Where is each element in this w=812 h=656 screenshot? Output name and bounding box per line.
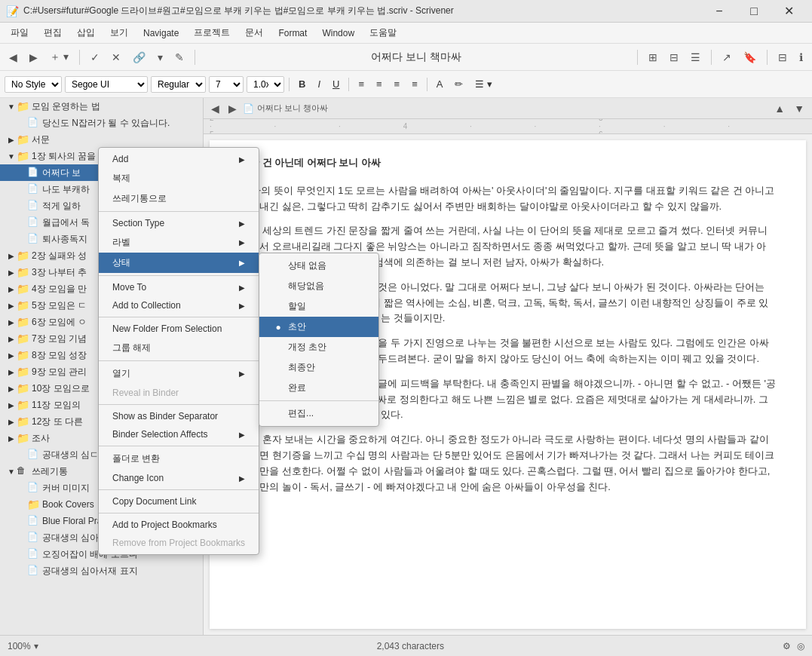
- ctx-copy-link[interactable]: Copy Document Link: [99, 492, 259, 510]
- delete-button[interactable]: ✕: [107, 49, 125, 66]
- sidebar-item-label: 2장 실패와 성: [32, 250, 87, 262]
- arrow-icon: ▶: [6, 318, 17, 326]
- status-bar: 100% ▾ 2,043 characters ⚙ ◎: [0, 635, 812, 656]
- format-bar: No Style Segoe UI Regular 7 1.0x B I U ≡…: [0, 71, 812, 98]
- menu-insert[interactable]: 삽입: [69, 23, 103, 42]
- zoom-value: 100%: [8, 641, 31, 651]
- back-button[interactable]: ◀: [5, 49, 22, 66]
- ctx-show-binder-sep[interactable]: Show as Binder Separator: [99, 407, 259, 425]
- bookmark-button[interactable]: 🔖: [739, 49, 761, 66]
- panel-toggle[interactable]: ⊟: [774, 49, 792, 66]
- font-select[interactable]: Segoe UI: [65, 76, 148, 93]
- help-btn[interactable]: ℹ: [795, 49, 807, 66]
- menu-navigate[interactable]: Navigate: [136, 25, 186, 41]
- menu-view[interactable]: 보기: [103, 23, 136, 42]
- bold-button[interactable]: B: [294, 76, 310, 92]
- ctx-binder-selection[interactable]: Binder Selection Affects ▶: [99, 425, 259, 443]
- menu-file[interactable]: 파일: [3, 23, 36, 42]
- add-button[interactable]: ＋ ▾: [45, 48, 73, 66]
- font-color-button[interactable]: A: [432, 76, 448, 92]
- export-button[interactable]: ↗: [718, 49, 736, 66]
- align-left[interactable]: ≡: [354, 76, 369, 92]
- sidebar-item-label: Book Covers: [42, 499, 94, 510]
- minimize-button[interactable]: −: [702, 0, 737, 23]
- ctx-new-folder[interactable]: New Folder From Selection: [99, 320, 259, 338]
- scroll-up-button[interactable]: ▲: [771, 101, 788, 116]
- grid-btn-2[interactable]: ⊟: [665, 49, 683, 66]
- zoom-control[interactable]: 100% ▾: [8, 641, 38, 651]
- ctx-section-type[interactable]: Section Type ▶: [99, 214, 259, 232]
- status-final-draft[interactable]: 최종안: [259, 357, 378, 378]
- settings-icon[interactable]: ⚙: [783, 641, 791, 651]
- window-title: C:#Users#futur#Google 드라이브#원고#모임으로 부캐 키우…: [23, 5, 702, 17]
- down-arrow-button[interactable]: ▾: [153, 49, 167, 66]
- italic-button[interactable]: I: [313, 76, 325, 92]
- menu-project[interactable]: 프로젝트: [186, 23, 237, 42]
- status-draft[interactable]: ● 초안: [259, 317, 378, 337]
- submenu-arrow: ▶: [239, 284, 245, 292]
- menu-format[interactable]: Format: [271, 25, 314, 41]
- sidebar-item-label: 7장 모임 기념: [32, 333, 87, 345]
- doc-icon: 📄: [27, 548, 39, 560]
- sidebar-item-2[interactable]: ▶ 📁 서문: [0, 131, 203, 148]
- close-button[interactable]: ✕: [771, 0, 806, 23]
- forward-button[interactable]: ▶: [25, 49, 42, 66]
- align-right[interactable]: ≡: [390, 76, 405, 92]
- ctx-ungroup[interactable]: 그룹 해제: [99, 338, 259, 358]
- nav-back-button[interactable]: ◀: [208, 101, 222, 116]
- doc-icon: 📄: [27, 167, 39, 179]
- status-edit[interactable]: 편집...: [259, 403, 378, 424]
- arrow-icon: ▶: [6, 368, 17, 376]
- status-na[interactable]: 해당없음: [259, 276, 378, 296]
- underline-button[interactable]: U: [328, 76, 344, 92]
- status-revised-draft[interactable]: 개정 초안: [259, 337, 378, 357]
- app-icon: 📝: [6, 5, 19, 17]
- highlight-button[interactable]: ✏: [450, 76, 467, 92]
- list-button[interactable]: ☰ ▾: [470, 76, 497, 92]
- grid-btn-3[interactable]: ☰: [686, 49, 705, 66]
- ctx-add-collection[interactable]: Add to Collection ▶: [99, 296, 259, 314]
- ctx-status[interactable]: 상태 ▶ 상태 없음 해당없음 할일 ● 초안 개정 초안: [99, 253, 259, 273]
- folder-icon: 📁: [17, 133, 29, 146]
- status-complete[interactable]: 완료: [259, 378, 378, 398]
- status-todo[interactable]: 할일: [259, 296, 378, 317]
- ctx-label[interactable]: 라벨 ▶: [99, 232, 259, 253]
- sidebar-item-28[interactable]: 📄 공대생의 심아서재 표지: [0, 563, 203, 579]
- size-select[interactable]: 7: [209, 76, 244, 93]
- ctx-move-to[interactable]: Move To ▶: [99, 278, 259, 296]
- sidebar-item-label: 10장 모임으로: [32, 382, 90, 395]
- status-none[interactable]: 상태 없음: [259, 256, 378, 276]
- ctx-add[interactable]: Add ▶: [99, 150, 259, 168]
- ctx-convert-folder[interactable]: 폴더로 변환: [99, 449, 259, 469]
- grid-btn-1[interactable]: ⊞: [644, 49, 662, 66]
- folder-icon: 📁: [17, 100, 29, 112]
- weight-select[interactable]: Regular: [151, 76, 206, 93]
- maximize-button[interactable]: □: [737, 0, 771, 23]
- link-button[interactable]: 🔗: [128, 49, 150, 66]
- ctx-open[interactable]: 열기 ▶: [99, 363, 259, 384]
- folder-icon: 📁: [17, 150, 29, 162]
- nav-forward-button[interactable]: ▶: [225, 101, 240, 116]
- menu-window[interactable]: Window: [314, 25, 362, 41]
- checkmark-button[interactable]: ✓: [86, 49, 104, 66]
- sidebar-item-0[interactable]: ▼ 📁 모임 운영하는 법: [0, 98, 203, 115]
- align-center[interactable]: ≡: [372, 76, 387, 92]
- folder-icon: 📁: [17, 349, 29, 361]
- menu-edit[interactable]: 편집: [36, 23, 69, 42]
- arrow-icon: ▶: [6, 434, 17, 443]
- align-justify[interactable]: ≡: [407, 76, 422, 92]
- ctx-add-bookmark[interactable]: Add to Project Bookmarks: [99, 516, 259, 534]
- sidebar-item-1[interactable]: 📄 당신도 N잡러가 될 수 있습니다.: [0, 115, 203, 131]
- style-select[interactable]: No Style: [5, 76, 62, 93]
- folder-icon: 📁: [17, 266, 29, 278]
- menu-document[interactable]: 문서: [237, 23, 271, 42]
- ctx-trash[interactable]: 쓰레기통으로: [99, 189, 259, 209]
- menu-help[interactable]: 도움말: [362, 23, 404, 42]
- ctx-change-icon[interactable]: Change Icon ▶: [99, 469, 259, 487]
- ctx-duplicate[interactable]: 복제: [99, 168, 259, 189]
- sidebar-item-label: 나도 부캐하: [42, 183, 90, 196]
- edit-button[interactable]: ✎: [170, 49, 188, 66]
- target-icon[interactable]: ◎: [797, 641, 804, 651]
- scroll-down-button[interactable]: ▼: [791, 101, 807, 116]
- spacing-select[interactable]: 1.0x: [247, 76, 284, 93]
